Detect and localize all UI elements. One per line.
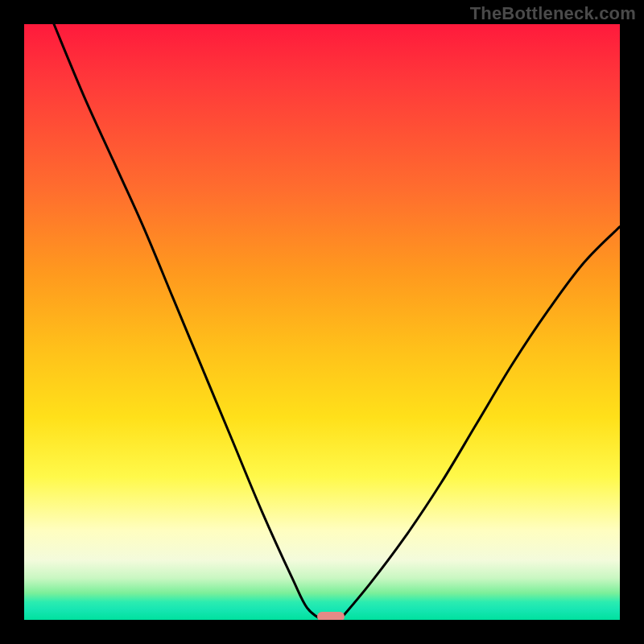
- curve-right-branch: [340, 227, 620, 620]
- bottleneck-curve: [24, 24, 620, 620]
- curve-left-branch: [54, 24, 322, 620]
- optimal-point-marker: [317, 612, 345, 620]
- chart-frame: TheBottleneck.com: [0, 0, 644, 644]
- watermark-text: TheBottleneck.com: [470, 3, 636, 24]
- plot-area: [24, 24, 620, 620]
